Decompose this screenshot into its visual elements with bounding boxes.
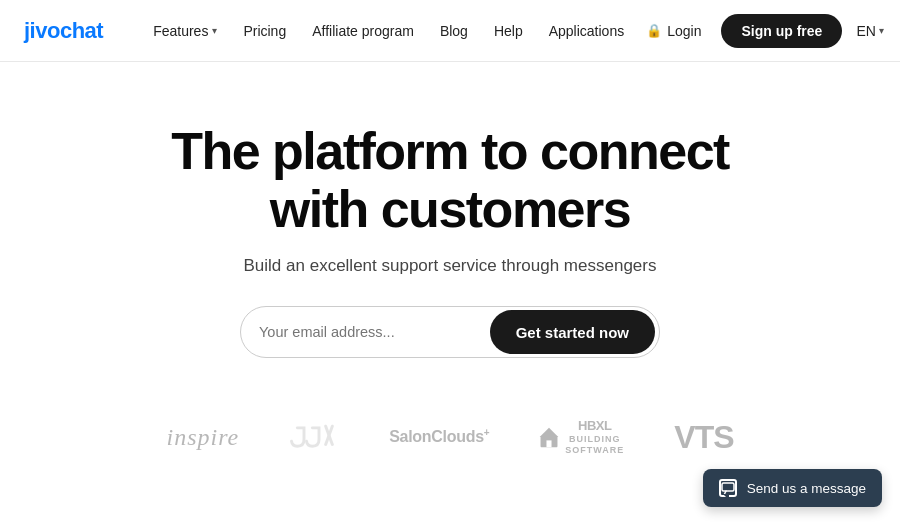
svg-rect-2 — [547, 440, 552, 447]
hbxl-text: HBXL BUILDING SOFTWARE — [565, 418, 624, 455]
message-icon — [721, 482, 735, 494]
nav-features[interactable]: Features ▾ — [143, 17, 227, 45]
partner-logos: inspire SalonClouds+ HBXL BUILDING SOFTW… — [0, 388, 900, 455]
email-input[interactable] — [259, 324, 486, 340]
nav-help[interactable]: Help — [484, 17, 533, 45]
signup-button[interactable]: Sign up free — [721, 14, 842, 48]
nav-blog[interactable]: Blog — [430, 17, 478, 45]
get-started-button[interactable]: Get started now — [490, 310, 655, 354]
nav-right: 🔒 Login Sign up free EN ▾ — [634, 14, 890, 48]
nav-affiliate-label: Affiliate program — [312, 23, 414, 39]
chat-icon — [719, 479, 737, 497]
jj-icon — [289, 421, 339, 453]
logo-salonclouds: SalonClouds+ — [389, 427, 489, 446]
language-selector[interactable]: EN ▾ — [850, 17, 889, 45]
hero-section: The platform to connect with customers B… — [0, 62, 900, 388]
hero-title: The platform to connect with customers — [171, 122, 729, 238]
cta-form: Get started now — [240, 306, 660, 358]
nav-pricing[interactable]: Pricing — [233, 17, 296, 45]
nav-applications-label: Applications — [549, 23, 625, 39]
nav-help-label: Help — [494, 23, 523, 39]
svg-rect-3 — [722, 483, 734, 491]
nav-applications[interactable]: Applications — [539, 17, 635, 45]
nav-affiliate[interactable]: Affiliate program — [302, 17, 424, 45]
chat-widget-label: Send us a message — [747, 481, 866, 496]
nav-links: Features ▾ Pricing Affiliate program Blo… — [143, 17, 634, 45]
login-label: Login — [667, 23, 701, 39]
logo-text: jivochat — [24, 18, 103, 43]
hero-subtitle: Build an excellent support service throu… — [244, 256, 657, 276]
logo-hbxl: HBXL BUILDING SOFTWARE — [539, 418, 624, 455]
logo-vts: VTS — [674, 419, 733, 456]
get-started-label: Get started now — [516, 324, 629, 341]
logo[interactable]: jivochat — [24, 18, 103, 44]
chevron-down-icon: ▾ — [879, 25, 884, 36]
nav-features-label: Features — [153, 23, 208, 39]
lock-icon: 🔒 — [646, 23, 662, 38]
logo-jj — [289, 421, 339, 453]
chevron-down-icon: ▾ — [212, 25, 217, 36]
lang-label: EN — [856, 23, 875, 39]
logo-inspire: inspire — [166, 424, 239, 451]
svg-marker-1 — [540, 428, 559, 437]
signup-label: Sign up free — [741, 23, 822, 39]
chat-widget[interactable]: Send us a message — [703, 469, 882, 507]
hero-title-line2: with customers — [270, 180, 630, 238]
login-button[interactable]: 🔒 Login — [634, 17, 713, 45]
hero-title-line1: The platform to connect — [171, 122, 729, 180]
building-icon — [539, 426, 559, 448]
nav-pricing-label: Pricing — [243, 23, 286, 39]
nav-blog-label: Blog — [440, 23, 468, 39]
navbar: jivochat Features ▾ Pricing Affiliate pr… — [0, 0, 900, 62]
